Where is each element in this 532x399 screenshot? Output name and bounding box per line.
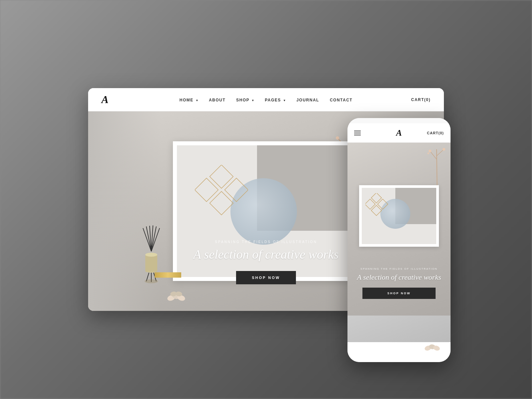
- mobile-hero-text-overlay: SPANNING THE FIELDS OF ILLUSTRATION A se…: [347, 267, 451, 316]
- svg-line-49: [437, 149, 444, 156]
- mobile-hero-subtitle: SPANNING THE FIELDS OF ILLUSTRATION: [360, 267, 438, 270]
- mobile-frame-inner: [362, 188, 436, 244]
- nav-link-pages[interactable]: PAGES ▾: [265, 98, 286, 102]
- nav-link-shop[interactable]: SHOP ▾: [236, 98, 254, 102]
- nav-item-home[interactable]: HOME ▾: [180, 97, 198, 103]
- hamburger-line-3: [354, 135, 361, 135]
- frame-diamonds: [195, 165, 248, 233]
- hero-subtitle: SPANNING THE FIELDS OF ILLUSTRATION: [215, 240, 317, 244]
- mobile-hero-frame: [359, 185, 439, 247]
- desktop-navbar: A HOME ▾ ABOUT SHOP ▾: [88, 88, 444, 111]
- mobile-hero: SPANNING THE FIELDS OF ILLUSTRATION A se…: [347, 143, 451, 316]
- desktop-logo[interactable]: A: [101, 93, 108, 106]
- hero-title: A selection of creative works: [194, 247, 339, 262]
- shop-arrow-icon: ▾: [252, 99, 254, 102]
- mobile-logo[interactable]: A: [396, 128, 402, 138]
- nav-item-shop[interactable]: SHOP ▾: [236, 97, 254, 103]
- svg-point-50: [429, 150, 431, 152]
- desktop-nav-links: HOME ▾ ABOUT SHOP ▾ PAGES ▾: [180, 97, 352, 103]
- desktop-cart[interactable]: CART(0): [411, 97, 431, 102]
- mobile-bottom-flower: [424, 337, 441, 352]
- mobile-mockup: A CART(0): [347, 118, 451, 362]
- nav-item-journal[interactable]: JOURNAL: [296, 97, 319, 103]
- mobile-frame-diamonds: [365, 193, 389, 224]
- svg-point-51: [443, 148, 445, 151]
- svg-point-52: [428, 153, 429, 154]
- mobile-bottom-section: [347, 316, 451, 362]
- nav-item-contact[interactable]: CONTACT: [330, 97, 352, 103]
- home-arrow-icon: ▾: [196, 99, 199, 102]
- nav-link-about[interactable]: ABOUT: [209, 98, 225, 102]
- mobile-hero-title: A selection of creative works: [350, 273, 448, 282]
- nav-link-contact[interactable]: CONTACT: [330, 98, 352, 102]
- svg-line-48: [430, 151, 437, 159]
- mobile-navbar: A CART(0): [347, 123, 451, 143]
- mobile-top-bar: [347, 118, 451, 123]
- pages-arrow-icon: ▾: [284, 99, 286, 102]
- stage-container: A HOME ▾ ABOUT SHOP ▾: [88, 88, 444, 311]
- hamburger-line-2: [354, 133, 361, 133]
- svg-point-18: [336, 136, 339, 140]
- hamburger-line-1: [354, 131, 361, 131]
- mobile-cart[interactable]: CART(0): [427, 131, 444, 135]
- mobile-hamburger-icon[interactable]: [354, 131, 361, 135]
- nav-link-journal[interactable]: JOURNAL: [296, 98, 319, 102]
- desktop-shop-now-button[interactable]: SHOP NOW: [236, 271, 296, 284]
- nav-link-home[interactable]: HOME ▾: [180, 98, 198, 102]
- mobile-shop-now-button[interactable]: SHOP NOW: [362, 288, 436, 299]
- nav-item-about[interactable]: ABOUT: [209, 97, 225, 103]
- nav-item-pages[interactable]: PAGES ▾: [265, 97, 286, 103]
